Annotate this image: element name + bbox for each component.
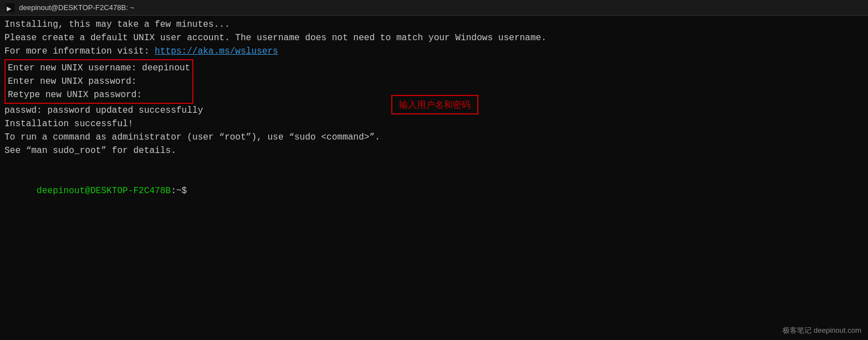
line-blank	[4, 157, 864, 171]
prompt-user: deepinout@DESKTOP-F2C478B	[37, 186, 171, 196]
line-enter-password: Enter new UNIX password:	[8, 75, 190, 88]
line-enter-username: Enter new UNIX username: deepinout	[8, 61, 190, 75]
line-prompt: deepinout@DESKTOP-F2C478B:~$	[4, 171, 864, 211]
link-wslusers[interactable]: https://aka.ms/wslusers	[155, 46, 278, 56]
line-sudo-info: To run a command as administrator (user …	[4, 131, 864, 144]
annotation-credentials: 输入用户名和密码	[391, 95, 478, 114]
line-more-info: For more information visit: https://aka.…	[4, 45, 864, 58]
line-man-sudo: See “man sudo_root” for details.	[4, 144, 864, 157]
terminal-body[interactable]: Installing, this may take a few minutes.…	[0, 16, 868, 213]
title-bar-text: deepinout@DESKTOP-F2C478B: ~	[19, 3, 134, 12]
svg-text:▶: ▶	[7, 6, 12, 12]
line-retype-password: Retype new UNIX password:	[8, 88, 190, 102]
prompt-suffix: :~$	[171, 186, 187, 196]
title-bar: ▶ deepinout@DESKTOP-F2C478B: ~	[0, 0, 868, 16]
line-create-account: Please create a default UNIX user accoun…	[4, 31, 864, 45]
watermark: 极客笔记 deepinout.com	[782, 325, 861, 336]
line-installing: Installing, this may take a few minutes.…	[4, 18, 864, 31]
line-installation-success: Installation successful!	[4, 117, 864, 131]
terminal-icon: ▶	[6, 3, 15, 12]
terminal-window: ▶ deepinout@DESKTOP-F2C478B: ~ Installin…	[0, 0, 868, 340]
input-credentials-box: Enter new UNIX username: deepinout Enter…	[4, 59, 193, 104]
